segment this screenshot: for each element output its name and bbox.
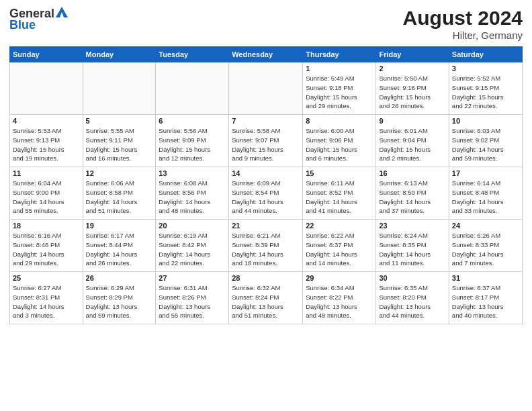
- day-number: 30: [379, 274, 445, 282]
- calendar-week-0: 1Sunrise: 5:49 AM Sunset: 9:18 PM Daylig…: [10, 62, 523, 115]
- day-info: Sunrise: 6:08 AM Sunset: 8:56 PM Dayligh…: [159, 179, 226, 216]
- col-sunday: Sunday: [10, 47, 83, 62]
- calendar-cell: 31Sunrise: 6:37 AM Sunset: 8:17 PM Dayli…: [449, 272, 522, 324]
- calendar-cell: 21Sunrise: 6:21 AM Sunset: 8:39 PM Dayli…: [229, 220, 303, 272]
- day-info: Sunrise: 5:53 AM Sunset: 9:13 PM Dayligh…: [13, 126, 80, 163]
- day-number: 9: [379, 117, 445, 125]
- day-number: 14: [232, 169, 300, 177]
- day-number: 8: [306, 117, 373, 125]
- calendar-cell: 8Sunrise: 6:00 AM Sunset: 9:06 PM Daylig…: [303, 115, 376, 167]
- day-number: 22: [306, 222, 373, 230]
- col-tuesday: Tuesday: [156, 47, 229, 62]
- day-info: Sunrise: 6:14 AM Sunset: 8:48 PM Dayligh…: [452, 179, 519, 216]
- day-number: 2: [379, 64, 445, 73]
- day-info: Sunrise: 6:09 AM Sunset: 8:54 PM Dayligh…: [232, 179, 300, 216]
- day-number: 23: [379, 222, 445, 230]
- calendar-cell: 10Sunrise: 6:03 AM Sunset: 9:02 PM Dayli…: [449, 115, 522, 167]
- day-info: Sunrise: 5:52 AM Sunset: 9:15 PM Dayligh…: [452, 74, 519, 111]
- month-year: August 2024: [403, 7, 523, 30]
- day-number: 4: [13, 117, 80, 125]
- day-info: Sunrise: 6:22 AM Sunset: 8:37 PM Dayligh…: [306, 231, 373, 268]
- calendar-cell: [156, 62, 229, 115]
- day-info: Sunrise: 6:31 AM Sunset: 8:26 PM Dayligh…: [159, 283, 226, 320]
- day-number: 15: [306, 169, 373, 177]
- col-thursday: Thursday: [303, 47, 376, 62]
- day-number: 21: [232, 222, 300, 230]
- calendar-week-1: 4Sunrise: 5:53 AM Sunset: 9:13 PM Daylig…: [10, 115, 523, 167]
- calendar-body: 1Sunrise: 5:49 AM Sunset: 9:18 PM Daylig…: [10, 62, 523, 324]
- location: Hilter, Germany: [403, 30, 523, 41]
- day-info: Sunrise: 6:24 AM Sunset: 8:35 PM Dayligh…: [379, 231, 445, 268]
- calendar-cell: 16Sunrise: 6:13 AM Sunset: 8:50 PM Dayli…: [376, 167, 449, 220]
- calendar-cell: 23Sunrise: 6:24 AM Sunset: 8:35 PM Dayli…: [376, 220, 449, 272]
- day-info: Sunrise: 6:13 AM Sunset: 8:50 PM Dayligh…: [379, 179, 445, 216]
- calendar-cell: [83, 62, 156, 115]
- calendar-week-2: 11Sunrise: 6:04 AM Sunset: 9:00 PM Dayli…: [10, 167, 523, 220]
- calendar-cell: 24Sunrise: 6:26 AM Sunset: 8:33 PM Dayli…: [449, 220, 522, 272]
- calendar-week-3: 18Sunrise: 6:16 AM Sunset: 8:46 PM Dayli…: [10, 220, 523, 272]
- calendar-cell: 30Sunrise: 6:35 AM Sunset: 8:20 PM Dayli…: [376, 272, 449, 324]
- day-info: Sunrise: 6:01 AM Sunset: 9:04 PM Dayligh…: [379, 126, 445, 163]
- day-number: 11: [13, 169, 80, 177]
- day-number: 25: [13, 274, 80, 282]
- day-number: 6: [159, 117, 226, 125]
- day-info: Sunrise: 5:56 AM Sunset: 9:09 PM Dayligh…: [159, 126, 226, 163]
- day-number: 17: [452, 169, 519, 177]
- calendar-cell: 5Sunrise: 5:55 AM Sunset: 9:11 PM Daylig…: [83, 115, 156, 167]
- day-info: Sunrise: 6:21 AM Sunset: 8:39 PM Dayligh…: [232, 231, 300, 268]
- day-info: Sunrise: 6:03 AM Sunset: 9:02 PM Dayligh…: [452, 126, 519, 163]
- calendar-cell: 18Sunrise: 6:16 AM Sunset: 8:46 PM Dayli…: [10, 220, 83, 272]
- day-number: 18: [13, 222, 80, 230]
- calendar-cell: 13Sunrise: 6:08 AM Sunset: 8:56 PM Dayli…: [156, 167, 229, 220]
- calendar-cell: 11Sunrise: 6:04 AM Sunset: 9:00 PM Dayli…: [10, 167, 83, 220]
- day-number: 5: [86, 117, 153, 125]
- day-info: Sunrise: 6:32 AM Sunset: 8:24 PM Dayligh…: [232, 283, 300, 320]
- day-number: 13: [159, 169, 226, 177]
- calendar-cell: 29Sunrise: 6:34 AM Sunset: 8:22 PM Dayli…: [303, 272, 376, 324]
- day-info: Sunrise: 5:55 AM Sunset: 9:11 PM Dayligh…: [86, 126, 153, 163]
- day-info: Sunrise: 6:29 AM Sunset: 8:29 PM Dayligh…: [86, 283, 153, 320]
- calendar-cell: 20Sunrise: 6:19 AM Sunset: 8:42 PM Dayli…: [156, 220, 229, 272]
- title-area: August 2024 Hilter, Germany: [403, 7, 523, 41]
- day-info: Sunrise: 6:19 AM Sunset: 8:42 PM Dayligh…: [159, 231, 226, 268]
- day-number: 31: [452, 274, 519, 282]
- logo-icon: [56, 7, 68, 17]
- calendar-cell: 17Sunrise: 6:14 AM Sunset: 8:48 PM Dayli…: [449, 167, 522, 220]
- day-number: 12: [86, 169, 153, 177]
- calendar-cell: 2Sunrise: 5:50 AM Sunset: 9:16 PM Daylig…: [376, 62, 449, 115]
- calendar-cell: 28Sunrise: 6:32 AM Sunset: 8:24 PM Dayli…: [229, 272, 303, 324]
- day-info: Sunrise: 6:11 AM Sunset: 8:52 PM Dayligh…: [306, 179, 373, 216]
- day-info: Sunrise: 6:04 AM Sunset: 9:00 PM Dayligh…: [13, 179, 80, 216]
- day-number: 29: [306, 274, 373, 282]
- calendar-cell: 14Sunrise: 6:09 AM Sunset: 8:54 PM Dayli…: [229, 167, 303, 220]
- calendar-cell: 1Sunrise: 5:49 AM Sunset: 9:18 PM Daylig…: [303, 62, 376, 115]
- day-info: Sunrise: 6:06 AM Sunset: 8:58 PM Dayligh…: [86, 179, 153, 216]
- header-row: Sunday Monday Tuesday Wednesday Thursday…: [10, 47, 523, 62]
- col-friday: Friday: [376, 47, 449, 62]
- page: General Blue August 2024 Hilter, Germany…: [0, 0, 532, 411]
- calendar-cell: 27Sunrise: 6:31 AM Sunset: 8:26 PM Dayli…: [156, 272, 229, 324]
- day-info: Sunrise: 6:27 AM Sunset: 8:31 PM Dayligh…: [13, 283, 80, 320]
- calendar-cell: 26Sunrise: 6:29 AM Sunset: 8:29 PM Dayli…: [83, 272, 156, 324]
- day-info: Sunrise: 6:26 AM Sunset: 8:33 PM Dayligh…: [452, 231, 519, 268]
- calendar-cell: 9Sunrise: 6:01 AM Sunset: 9:04 PM Daylig…: [376, 115, 449, 167]
- day-info: Sunrise: 6:35 AM Sunset: 8:20 PM Dayligh…: [379, 283, 445, 320]
- calendar-table: Sunday Monday Tuesday Wednesday Thursday…: [9, 46, 523, 324]
- day-number: 19: [86, 222, 153, 230]
- day-number: 7: [232, 117, 300, 125]
- calendar-cell: 4Sunrise: 5:53 AM Sunset: 9:13 PM Daylig…: [10, 115, 83, 167]
- col-monday: Monday: [83, 47, 156, 62]
- day-number: 24: [452, 222, 519, 230]
- day-number: 26: [86, 274, 153, 282]
- calendar-cell: 22Sunrise: 6:22 AM Sunset: 8:37 PM Dayli…: [303, 220, 376, 272]
- calendar-cell: 12Sunrise: 6:06 AM Sunset: 8:58 PM Dayli…: [83, 167, 156, 220]
- day-info: Sunrise: 6:17 AM Sunset: 8:44 PM Dayligh…: [86, 231, 153, 268]
- calendar-cell: 19Sunrise: 6:17 AM Sunset: 8:44 PM Dayli…: [83, 220, 156, 272]
- day-number: 16: [379, 169, 445, 177]
- logo: General Blue: [9, 7, 68, 32]
- day-number: 27: [159, 274, 226, 282]
- calendar-header: Sunday Monday Tuesday Wednesday Thursday…: [10, 47, 523, 62]
- calendar-cell: 6Sunrise: 5:56 AM Sunset: 9:09 PM Daylig…: [156, 115, 229, 167]
- day-info: Sunrise: 5:50 AM Sunset: 9:16 PM Dayligh…: [379, 74, 445, 111]
- day-number: 28: [232, 274, 300, 282]
